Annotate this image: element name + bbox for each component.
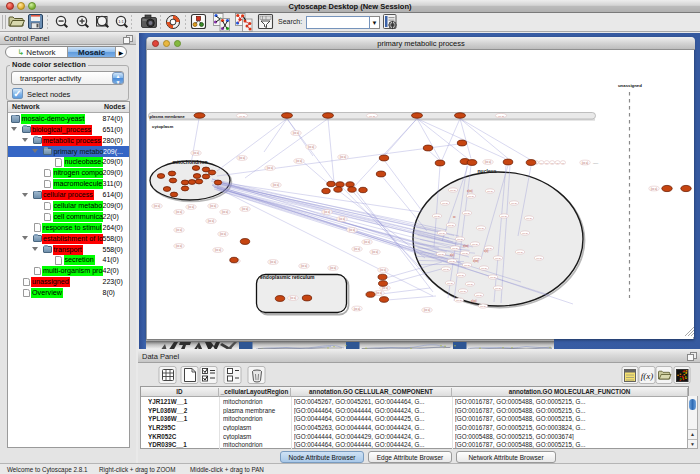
- svg-text:(xx a): (xx a): [176, 210, 183, 214]
- svg-text:(xx a): (xx a): [330, 266, 337, 270]
- svg-text:(xx a): (xx a): [222, 210, 229, 214]
- svg-text:(xx a): (xx a): [448, 224, 454, 227]
- svg-text:(xx a): (xx a): [354, 307, 361, 311]
- svg-text:(xx a): (xx a): [324, 210, 331, 214]
- svg-text:(xx a): (xx a): [460, 290, 466, 293]
- svg-text:(xx a): (xx a): [452, 247, 458, 250]
- svg-text:(xx a): (xx a): [476, 294, 482, 297]
- svg-text:(xx a): (xx a): [472, 243, 478, 246]
- svg-text:(xx a): (xx a): [467, 283, 473, 286]
- svg-text:(xx a): (xx a): [308, 145, 315, 149]
- svg-text:(xx a): (xx a): [501, 215, 507, 218]
- svg-text:(xx a): (xx a): [354, 247, 361, 251]
- svg-text:x(x): x(x): [484, 249, 488, 253]
- svg-text:(xx a): (xx a): [442, 202, 448, 205]
- svg-text:(xx a): (xx a): [487, 190, 493, 193]
- svg-text:x(xx): x(xx): [467, 189, 473, 193]
- svg-text:nucleus: nucleus: [478, 168, 497, 174]
- svg-text:f(x): f(x): [641, 371, 654, 381]
- svg-text:(xx a): (xx a): [434, 215, 440, 218]
- svg-text:(xx a): (xx a): [176, 244, 183, 248]
- svg-text:(xx a): (xx a): [495, 287, 501, 290]
- svg-text:(xx a): (xx a): [242, 207, 249, 211]
- svg-text:endoplasmic reticulum: endoplasmic reticulum: [260, 274, 315, 280]
- svg-text:(xx a): (xx a): [464, 212, 470, 215]
- svg-text:(x): (x): [556, 162, 559, 164]
- svg-text:(xx a): (xx a): [239, 156, 246, 160]
- svg-text:(xx a): (xx a): [296, 159, 303, 163]
- svg-text:(xx a): (xx a): [462, 252, 468, 255]
- svg-text:(xx a): (xx a): [364, 240, 371, 244]
- svg-text:(xx a): (xx a): [188, 205, 195, 209]
- svg-text:(xx a): (xx a): [522, 232, 528, 235]
- svg-text:(xx a): (xx a): [424, 308, 431, 312]
- svg-text:(xx a): (xx a): [220, 232, 227, 236]
- svg-text:(xx a): (xx a): [372, 250, 379, 254]
- svg-text:(xx a): (xx a): [456, 299, 462, 302]
- svg-text:unassigned: unassigned: [618, 83, 642, 88]
- svg-text:(xx a): (xx a): [498, 115, 504, 118]
- svg-text:(xx a): (xx a): [208, 219, 215, 223]
- svg-text:(xx a): (xx a): [369, 115, 375, 118]
- svg-text:x(xx): x(xx): [473, 259, 479, 263]
- svg-text:(xx a): (xx a): [176, 228, 183, 232]
- svg-text:(xx a): (xx a): [193, 151, 200, 155]
- svg-text:(xx a): (xx a): [495, 257, 501, 260]
- svg-text:(xx a): (xx a): [447, 282, 453, 285]
- svg-text:plasma membrane: plasma membrane: [150, 114, 186, 119]
- svg-text:cytoplasm: cytoplasm: [152, 124, 173, 129]
- svg-text:(x): (x): [540, 162, 543, 164]
- svg-text:(xx a): (xx a): [376, 291, 383, 295]
- svg-text:(x): (x): [562, 162, 565, 164]
- svg-text:(xx a): (xx a): [239, 115, 245, 118]
- svg-text:(xx a): (xx a): [443, 268, 449, 271]
- svg-text:(xx a): (xx a): [485, 160, 492, 164]
- svg-text:(xx a): (xx a): [267, 166, 274, 170]
- svg-text:(xx a): (xx a): [464, 264, 470, 267]
- svg-text:(xx a): (xx a): [449, 260, 455, 263]
- svg-text:(xx a): (xx a): [511, 202, 517, 205]
- svg-text:(xx a): (xx a): [339, 217, 346, 221]
- svg-text:(xx a): (xx a): [457, 238, 463, 241]
- svg-text:(xx a): (xx a): [210, 204, 217, 208]
- svg-text:(xx a): (xx a): [349, 228, 356, 232]
- svg-text:x(xx): x(xx): [471, 299, 477, 303]
- svg-text:(xx a): (xx a): [480, 305, 486, 308]
- svg-text:(xx a): (xx a): [478, 227, 484, 230]
- svg-text:(xx a): (xx a): [293, 131, 300, 135]
- svg-text:(xx a): (xx a): [154, 204, 161, 208]
- svg-text:(xx a): (xx a): [458, 274, 464, 277]
- svg-text:(xx a): (xx a): [273, 183, 280, 187]
- svg-text:(x): (x): [546, 162, 549, 164]
- svg-text:(xxx): (xxx): [593, 162, 598, 165]
- svg-text:(x): (x): [551, 162, 554, 164]
- svg-text:(xx a): (xx a): [215, 248, 222, 252]
- svg-text:(xx a): (xx a): [651, 187, 658, 191]
- svg-text:(xx a): (xx a): [517, 251, 523, 254]
- svg-text:x(x): x(x): [450, 253, 454, 257]
- svg-text:1:1: 1:1: [118, 19, 124, 24]
- svg-text:(xx a): (xx a): [526, 217, 532, 220]
- svg-text:(xx a): (xx a): [439, 232, 445, 235]
- svg-text:(xx a): (xx a): [380, 268, 387, 272]
- svg-text:(xx a): (xx a): [481, 267, 487, 270]
- svg-text:(xx a): (xx a): [438, 253, 444, 256]
- svg-text:(xx a): (xx a): [290, 296, 297, 300]
- svg-text:mitochondrion: mitochondrion: [173, 159, 208, 165]
- svg-text:(xx a): (xx a): [468, 195, 474, 198]
- svg-text:(xx a): (xx a): [340, 155, 347, 159]
- svg-text:x(xx): x(xx): [463, 244, 469, 248]
- svg-text:(xx a): (xx a): [582, 161, 589, 165]
- svg-text:(xx a): (xx a): [450, 189, 456, 192]
- svg-text:(xx a): (xx a): [301, 264, 308, 268]
- svg-text:(xx a): (xx a): [490, 276, 496, 279]
- svg-text:(xx a): (xx a): [270, 260, 277, 264]
- svg-text:(xx a): (xx a): [536, 257, 542, 260]
